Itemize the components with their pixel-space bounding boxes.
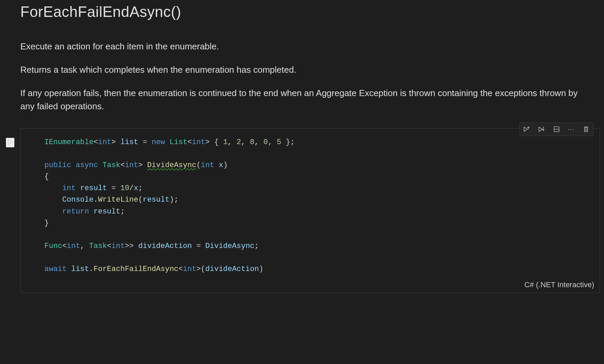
code-token: int: [67, 242, 80, 250]
description-line-1: Execute an action for each item in the e…: [20, 40, 584, 53]
code-token: int: [201, 161, 214, 169]
code-token: new: [152, 138, 165, 146]
execute-below-button[interactable]: [537, 124, 547, 134]
code-token: 0: [263, 138, 268, 146]
description-block: Execute an action for each item in the e…: [20, 40, 584, 113]
code-token: divideAction: [138, 242, 192, 250]
svg-marker-2: [539, 127, 542, 132]
code-token: int: [98, 138, 111, 146]
code-token: ForEachFailEndAsync: [93, 265, 178, 273]
code-token: public: [44, 161, 71, 169]
code-token: int: [111, 242, 125, 250]
description-line-3: If any operation fails, then the enumera…: [20, 87, 584, 113]
code-cell-wrapper: ··· IEnumerable<int> list = new List<int…: [0, 128, 604, 293]
run-by-line-button[interactable]: [522, 124, 532, 134]
ellipsis-icon: ···: [568, 126, 575, 133]
run-cell-button[interactable]: [6, 138, 15, 147]
trash-icon: [582, 126, 590, 133]
code-token: result: [80, 184, 107, 192]
code-cell[interactable]: ··· IEnumerable<int> list = new List<int…: [20, 128, 600, 293]
cell-language-label[interactable]: C# (.NET Interactive): [21, 278, 600, 293]
code-token: 10: [120, 184, 129, 192]
code-token: WriteLine: [98, 196, 138, 204]
play-up-icon: [523, 126, 531, 133]
code-token: list: [71, 265, 89, 273]
code-token: int: [125, 161, 138, 169]
play-down-icon: [538, 126, 545, 133]
code-token: Console: [62, 196, 93, 204]
code-token: int: [183, 265, 196, 273]
cell-toolbar: ···: [519, 122, 594, 136]
code-token: list: [120, 138, 138, 146]
code-token: int: [192, 138, 206, 146]
split-icon: [553, 126, 560, 133]
code-token: x: [219, 161, 223, 169]
code-token: Task: [103, 161, 121, 169]
svg-marker-0: [8, 140, 13, 145]
description-line-2: Returns a task which completes when the …: [20, 63, 584, 76]
code-token: x: [134, 184, 138, 192]
code-token: return: [62, 207, 89, 216]
more-actions-button[interactable]: ···: [566, 124, 576, 134]
split-cell-button[interactable]: [552, 124, 562, 134]
play-icon: [6, 138, 14, 146]
code-token: IEnumerable: [44, 138, 93, 146]
code-token: List: [170, 138, 188, 146]
delete-cell-button[interactable]: [581, 124, 591, 134]
code-token: result: [93, 207, 120, 216]
code-token-warning: DivideAsync: [147, 161, 196, 169]
code-token: Func: [44, 242, 62, 250]
page-title: ForEachFailEndAsync(): [20, 3, 584, 20]
code-token: Task: [89, 242, 107, 250]
code-token: divideAction: [205, 265, 259, 273]
code-token: 2: [237, 138, 241, 146]
code-editor[interactable]: IEnumerable<int> list = new List<int> { …: [21, 129, 600, 278]
code-token: 8: [250, 138, 254, 146]
code-token: async: [76, 161, 98, 169]
code-token: await: [44, 265, 67, 273]
code-token: result: [143, 196, 169, 204]
code-token: int: [62, 184, 76, 192]
svg-marker-1: [524, 127, 527, 132]
code-token: 1: [223, 138, 228, 146]
code-token: DivideAsync: [205, 242, 254, 250]
code-token: 5: [277, 138, 281, 146]
